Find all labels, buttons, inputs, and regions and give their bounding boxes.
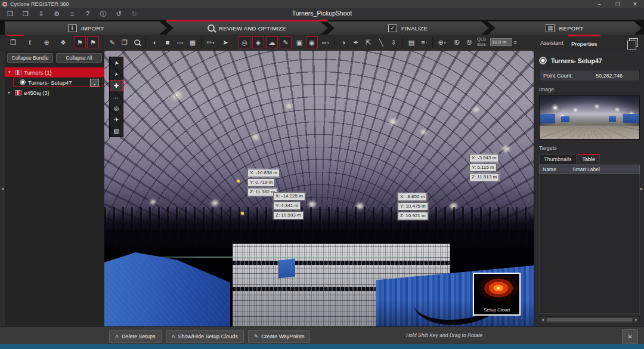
scrollbar-thumb[interactable] bbox=[547, 318, 632, 322]
image-section-label: Image bbox=[539, 87, 640, 92]
title-bar: Cyclone REGISTER 360 bbox=[0, 0, 644, 8]
setup-cloud-preview[interactable]: Setup Cloud bbox=[473, 273, 521, 316]
pin-edit-icon[interactable]: ✒ bbox=[350, 36, 362, 48]
tree-item-turners-bundle[interactable]: ▾ Turners (1) bbox=[5, 67, 104, 77]
caret-down-icon[interactable]: ▾ bbox=[8, 70, 13, 75]
qlb-size-input[interactable] bbox=[490, 38, 512, 46]
setup-station-icon bbox=[539, 57, 547, 64]
point-count-label: Point Count: bbox=[540, 73, 596, 79]
menu-bar: ❒ ❐ ⇩ ⚙ ≡ ? ⓘ ↺ ↻ Turners_PickupShoot bbox=[0, 8, 644, 20]
camera-tool-icon[interactable]: ▣ bbox=[293, 36, 305, 48]
export-box-icon[interactable]: ⇩ bbox=[388, 36, 400, 48]
workflow-tab-finalize[interactable]: ✓ FINALIZE bbox=[327, 21, 489, 35]
caret-right-icon[interactable]: ▸ bbox=[8, 90, 13, 95]
measurement-label-group: X: -8.850 m Y: 10.475 m Z: 10.921 m bbox=[398, 193, 428, 220]
right-panel-expand-strip[interactable]: ▸ bbox=[639, 51, 644, 326]
measurement-y: Y: 0.719 m bbox=[247, 178, 275, 187]
project-explorer-tab-icon[interactable]: ❒ bbox=[7, 36, 19, 48]
tag-tool-icon[interactable]: ◈ bbox=[252, 36, 264, 48]
tab-properties[interactable]: Properties bbox=[568, 35, 600, 51]
duplicate-view-icon[interactable]: ❐ bbox=[119, 36, 131, 48]
list-options-icon[interactable]: ≡▪ bbox=[418, 36, 430, 48]
measure-tool-icon[interactable]: ✏▾ bbox=[205, 36, 216, 48]
pano-blue-curtain bbox=[540, 114, 555, 123]
delete-setups-button[interactable]: Λ Delete Setups bbox=[109, 330, 162, 343]
measurement-x: X: -8.850 m bbox=[398, 193, 427, 201]
distance-measure-icon[interactable]: ↔ bbox=[110, 91, 123, 103]
properties-panel: Turners- Setup47 Point Count: 50,282,746… bbox=[534, 51, 644, 326]
tree-item-e450aj-bundle[interactable]: ▸ e450aj (3) bbox=[5, 88, 104, 97]
targets-section-label: Targets bbox=[539, 145, 640, 151]
assets-tab-icon[interactable]: ❖ bbox=[57, 36, 69, 48]
targets-horizontal-scrollbar[interactable]: ◄ ► bbox=[539, 316, 640, 323]
geotag-pin-icon[interactable]: ◉ bbox=[306, 36, 318, 48]
finalize-checkbox-icon: ✓ bbox=[388, 24, 397, 32]
point-count-row: Point Count: 50,282,746 bbox=[539, 70, 640, 81]
expand-right-arrow-icon[interactable]: ▸ bbox=[640, 186, 643, 192]
tripod-icon: Λ bbox=[115, 333, 119, 339]
scroll-right-arrow-icon[interactable]: ► bbox=[633, 318, 639, 322]
tab-assistant[interactable]: Assistant bbox=[537, 35, 567, 51]
setup-image-icon[interactable]: ▴ bbox=[90, 79, 99, 87]
zoom-window-icon[interactable] bbox=[131, 36, 143, 48]
link-setups-icon[interactable]: ∞▾ bbox=[320, 36, 332, 48]
column-name: Name bbox=[540, 166, 572, 172]
maximize-button[interactable]: ❐ bbox=[610, 0, 626, 8]
qlb-stepper-icon[interactable]: ≡ bbox=[512, 36, 519, 48]
web-globe-tab-icon[interactable]: ⊕ bbox=[41, 36, 52, 48]
bottom-action-bar: Λ Delete Setups Λ Show/Hide Setup Clouds… bbox=[0, 326, 644, 345]
image-view-icon[interactable]: ▦ bbox=[187, 36, 199, 48]
multi-pick-cursor-icon[interactable]: ➤ bbox=[219, 36, 231, 48]
pano-card-icon[interactable]: ▤ bbox=[405, 36, 417, 48]
limit-box-icon[interactable]: ■ bbox=[162, 36, 174, 48]
close-button[interactable]: ✕ bbox=[627, 0, 643, 8]
target-tool-icon[interactable]: ◎ bbox=[239, 36, 250, 48]
setup-panorama-thumbnail[interactable] bbox=[539, 95, 640, 140]
collapse-bundle-button[interactable]: Collapse Bundle bbox=[7, 53, 53, 63]
pano-view-icon[interactable]: ▭ bbox=[174, 36, 186, 48]
cloud-density-16-icon[interactable]: ⑯ bbox=[451, 36, 463, 48]
panel-flag-left-icon[interactable]: ⚑ bbox=[74, 36, 86, 48]
tree-item-label: Turners (1) bbox=[24, 69, 52, 76]
show-hide-setup-clouds-button[interactable]: Λ Show/Hide Setup Clouds bbox=[166, 330, 244, 343]
point-cloud-viewport[interactable]: ➤ ➤ ✚ ↔ ◎ ✈ ▧ X: -10.838 m Y: 0.719 m Z:… bbox=[104, 51, 534, 326]
pan-tool-icon[interactable]: ✚ bbox=[110, 80, 123, 91]
targets-tab-thumbnails[interactable]: Thumbnails bbox=[539, 155, 577, 165]
catwalk-band bbox=[233, 261, 450, 265]
app-title: Cyclone REGISTER 360 bbox=[10, 1, 69, 7]
orbit-view-icon[interactable]: ◎ bbox=[110, 103, 123, 114]
left-panel-collapse-strip[interactable]: ◂ bbox=[0, 51, 5, 326]
collapse-left-arrow-icon[interactable]: ◂ bbox=[1, 186, 4, 192]
workflow-tab-review-and-optimize[interactable]: REVIEW AND OPTIMIZE bbox=[166, 21, 328, 35]
point-count-value: 50,282,746 bbox=[596, 73, 623, 79]
eraser-tool-icon[interactable]: ✎ bbox=[106, 36, 118, 48]
create-waypoints-button[interactable]: ✎ Create WayPoints bbox=[248, 330, 311, 343]
links-paperclip-tab-icon[interactable]: ℓ bbox=[24, 36, 36, 48]
layout-windows-icon[interactable] bbox=[629, 38, 638, 47]
minimize-button[interactable]: – bbox=[592, 0, 607, 8]
collapse-all-button[interactable]: Collapse All bbox=[56, 53, 102, 63]
target-marker bbox=[241, 212, 244, 215]
annotate-pen-icon[interactable]: ✎ bbox=[280, 36, 292, 48]
active-tab-indicator bbox=[166, 20, 328, 21]
fly-navigation-icon[interactable]: ✈ bbox=[110, 114, 123, 125]
axes-tool-icon[interactable]: ⇱ bbox=[363, 36, 374, 48]
measurement-label-group: X: -14.225 m Y: 4.341 m Z: 10.993 m bbox=[273, 192, 305, 220]
sphere-view-icon[interactable]: ◑ bbox=[338, 36, 349, 48]
view-options-icon[interactable]: ⊕▾ bbox=[436, 36, 448, 48]
qlb-label-line2: Size: bbox=[477, 42, 487, 47]
workflow-tab-report[interactable]: ▤ REPORT bbox=[488, 21, 642, 35]
workflow-tab-import[interactable]: ↧ IMPORT bbox=[5, 21, 167, 35]
cube-view-icon[interactable]: ▧ bbox=[110, 125, 123, 137]
line-tool-icon[interactable]: ╲ bbox=[375, 36, 387, 48]
targets-tab-table[interactable]: Table bbox=[578, 154, 600, 165]
targets-table-body[interactable] bbox=[539, 174, 640, 314]
panel-flag-right-icon[interactable]: ⚑ bbox=[87, 36, 99, 48]
scroll-left-arrow-icon[interactable]: ◄ bbox=[540, 318, 546, 322]
cloud-density-max-icon[interactable]: Ⓜ bbox=[463, 36, 475, 48]
dismiss-bar-button[interactable]: ✕ bbox=[622, 329, 638, 344]
point-color-icon[interactable]: ◐ bbox=[149, 36, 161, 48]
pano-blue-curtain bbox=[609, 116, 616, 122]
tree-item-turners-setup47[interactable]: Turners- Setup47 ▴ bbox=[13, 78, 103, 87]
cloud-tool-icon[interactable]: ☁ bbox=[266, 36, 278, 48]
